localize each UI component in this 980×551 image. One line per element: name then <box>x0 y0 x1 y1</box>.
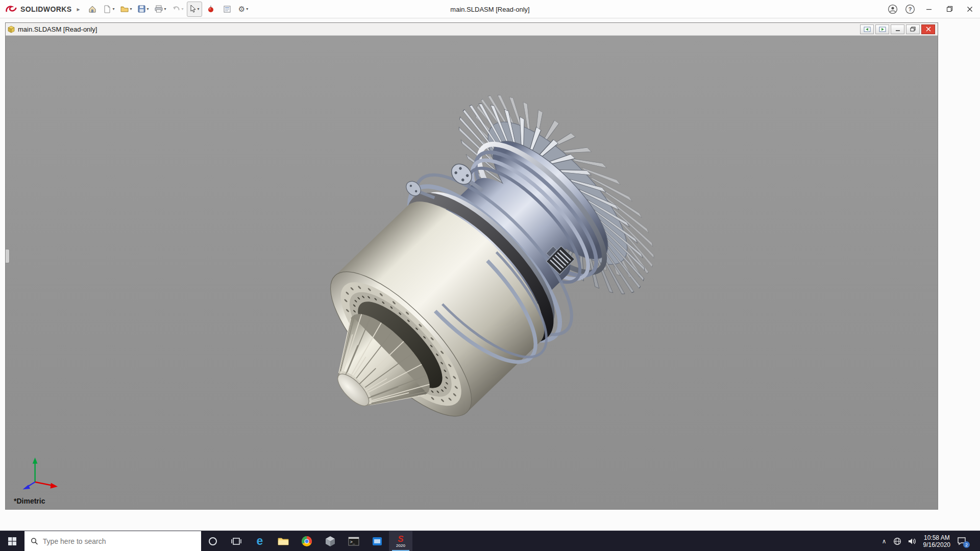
windows-logo-icon <box>8 537 17 546</box>
new-dropdown-caret[interactable]: ▾ <box>112 7 114 11</box>
save-icon <box>137 5 146 13</box>
start-button[interactable] <box>0 531 24 551</box>
x-axis-arrow <box>51 483 58 489</box>
doc-pane-button-2[interactable] <box>875 24 889 34</box>
file-explorer-icon <box>278 537 289 546</box>
print-dropdown-caret[interactable]: ▾ <box>164 7 166 11</box>
appearance-bead-icon <box>207 5 214 13</box>
solidworks-logo: SOLIDWORKS <box>0 5 76 14</box>
y-axis-arrow <box>33 458 38 464</box>
clock-date: 9/16/2020 <box>923 541 950 548</box>
doc-restore-button[interactable] <box>906 24 920 34</box>
browser-button[interactable] <box>295 531 318 551</box>
brand-name: SOLIDWORKS <box>20 5 71 13</box>
help-button[interactable]: ? <box>901 0 919 18</box>
open-folder-icon <box>120 5 129 14</box>
print-button[interactable]: ▾ <box>152 2 168 17</box>
undo-button[interactable]: ▾ <box>169 2 186 17</box>
system-tray: ∧ 10:58 AM 9/16/2020 2 <box>882 531 980 551</box>
save-button[interactable]: ▾ <box>135 2 151 17</box>
windows-taskbar: e >_ <box>0 531 980 551</box>
select-dropdown-caret[interactable]: ▾ <box>198 7 200 11</box>
document-window-controls <box>860 24 936 34</box>
options-dropdown-caret[interactable]: ▾ <box>246 7 248 11</box>
file-explorer-button[interactable] <box>272 531 295 551</box>
terminal-button[interactable]: >_ <box>342 531 365 551</box>
doc-minimize-button[interactable] <box>891 24 904 34</box>
terminal-icon: >_ <box>348 537 359 546</box>
jet-engine-3d-model[interactable] <box>6 36 938 509</box>
app-window-title: main.SLDASM [Read-only] <box>450 5 529 13</box>
document-title: main.SLDASM [Read-only] <box>18 26 97 33</box>
minimize-button[interactable] <box>919 0 939 18</box>
open-button[interactable]: ▾ <box>118 2 134 17</box>
taskbar-search[interactable] <box>24 531 201 551</box>
maximize-button[interactable] <box>939 0 960 18</box>
app-window-controls: ? <box>884 0 980 18</box>
pane-arrow-icon <box>864 27 871 32</box>
media-app-icon <box>372 537 382 546</box>
solidworks-logo-icon <box>5 5 17 14</box>
orientation-triad <box>19 455 60 492</box>
drawing-sheet-button[interactable] <box>219 2 235 17</box>
save-dropdown-caret[interactable]: ▾ <box>147 7 149 11</box>
close-button[interactable] <box>960 0 980 18</box>
app-client-area: main.SLDASM [Read-only] <box>0 18 980 531</box>
chrome-icon <box>301 536 312 547</box>
solidworks-app-icon: S <box>398 535 403 543</box>
select-cursor-icon <box>189 5 197 13</box>
cube-app-button[interactable] <box>318 531 342 551</box>
open-dropdown-caret[interactable]: ▾ <box>130 7 132 11</box>
tray-chevron-icon[interactable]: ∧ <box>882 538 887 545</box>
minimize-icon <box>926 6 932 12</box>
undo-icon <box>172 5 181 13</box>
svg-text:?: ? <box>909 6 912 12</box>
drawing-sheet-icon <box>223 5 231 13</box>
help-icon: ? <box>905 4 915 14</box>
document-window: main.SLDASM [Read-only] <box>5 22 938 510</box>
search-input[interactable] <box>43 537 195 545</box>
doc-close-button[interactable] <box>921 24 935 34</box>
task-view-button[interactable] <box>225 531 248 551</box>
menu-expand-arrow[interactable]: ▸ <box>77 6 80 13</box>
account-button[interactable] <box>884 0 901 18</box>
close-icon <box>967 6 973 12</box>
select-tool-button[interactable]: ▾ <box>187 2 202 17</box>
new-document-button[interactable]: ▾ <box>101 2 116 17</box>
cube-app-icon <box>325 536 335 547</box>
home-button[interactable] <box>85 2 100 17</box>
account-icon <box>888 4 898 14</box>
quick-access-toolbar: ▾ ▾ ▾ ▾ <box>85 2 251 17</box>
cortana-icon <box>208 536 218 546</box>
document-titlebar[interactable]: main.SLDASM [Read-only] <box>6 23 938 36</box>
options-button[interactable]: ⚙ ▾ <box>236 2 251 17</box>
view-orientation-label: *Dimetric <box>14 497 45 505</box>
media-app-button[interactable] <box>365 531 389 551</box>
doc-pane-button-1[interactable] <box>860 24 874 34</box>
svg-text:>_: >_ <box>350 540 355 544</box>
volume-icon[interactable] <box>908 537 917 545</box>
notification-badge: 2 <box>963 541 970 548</box>
edge-icon: e <box>257 535 263 547</box>
cortana-button[interactable] <box>201 531 225 551</box>
assembly-document-icon <box>7 26 15 33</box>
home-icon <box>88 5 97 14</box>
new-document-icon <box>103 5 111 14</box>
taskbar-clock[interactable]: 10:58 AM 9/16/2020 <box>923 534 950 548</box>
action-center-button[interactable]: 2 <box>957 537 966 545</box>
task-view-icon <box>231 537 241 546</box>
clock-time: 10:58 AM <box>923 534 950 541</box>
edge-button[interactable]: e <box>248 531 272 551</box>
app-titlebar: SOLIDWORKS ▸ ▾ ▾ <box>0 0 980 18</box>
search-icon <box>31 537 38 545</box>
solidworks-taskbar-button[interactable]: S 2020 <box>389 531 412 551</box>
options-gear-icon: ⚙ <box>238 5 245 14</box>
restore-icon <box>946 6 953 12</box>
undo-dropdown-caret[interactable]: ▾ <box>182 7 184 11</box>
graphics-viewport[interactable]: *Dimetric <box>6 36 938 509</box>
solidworks-year-label: 2020 <box>396 544 405 548</box>
network-icon[interactable] <box>893 537 901 545</box>
appearance-button[interactable] <box>203 2 218 17</box>
feature-tree-collapse-tab[interactable] <box>6 249 10 263</box>
doc-close-icon <box>926 27 931 32</box>
